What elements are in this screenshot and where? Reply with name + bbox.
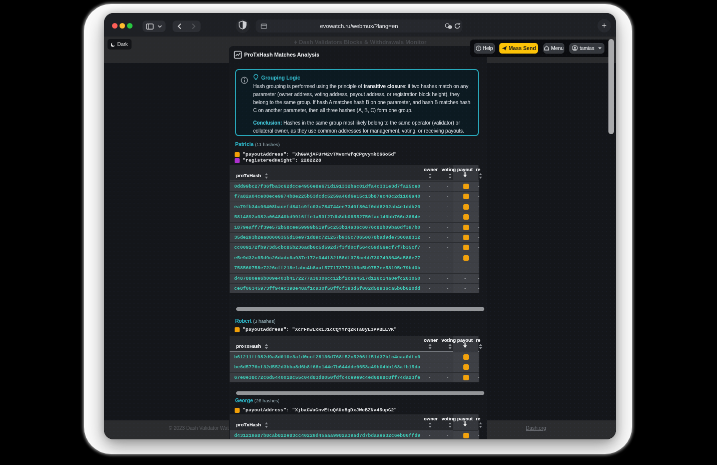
svg-text:?: ? [477,47,479,51]
